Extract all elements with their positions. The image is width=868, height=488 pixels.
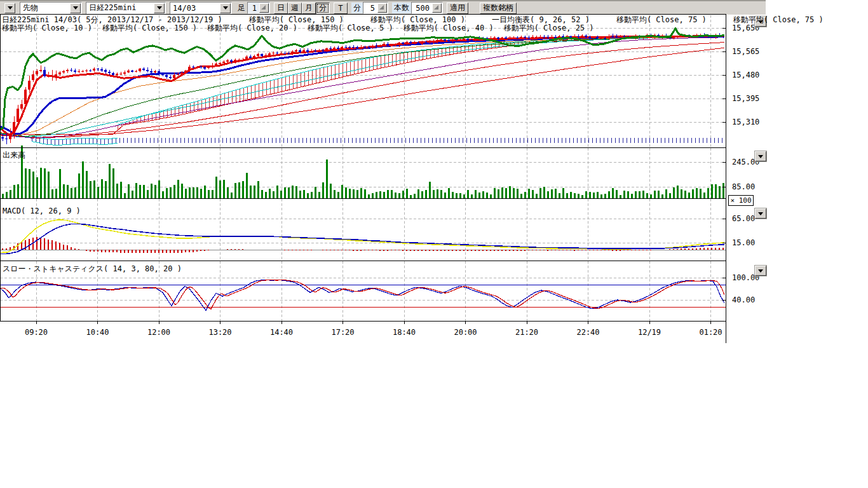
period-month-button[interactable]: 月	[302, 3, 316, 14]
volume-tick-label: 85.00	[732, 182, 755, 191]
symbol-select-value: 日経225mini	[86, 3, 153, 13]
chevron-down-icon	[70, 3, 81, 13]
svg-text:01:20: 01:20	[699, 328, 722, 337]
price-tick-label: 15,310	[732, 118, 759, 126]
chevron-down-icon	[758, 269, 763, 273]
chevron-down-icon	[758, 20, 763, 24]
period-minute-button[interactable]: 分	[316, 3, 330, 14]
period-week-button[interactable]: 週	[288, 3, 302, 14]
chevron-down-icon	[758, 212, 763, 215]
spinner-icon[interactable]	[377, 3, 387, 13]
chart-plot-area: 09:2010:4012:0013:2014:4017:2018:4020:00…	[0, 14, 726, 343]
svg-text:21:20: 21:20	[515, 328, 538, 337]
bar-interval-stepper[interactable]: 1	[247, 2, 270, 14]
bar-count-stepper[interactable]: 500	[411, 2, 443, 14]
bar-count-label: 本数	[392, 3, 411, 13]
macd-pane-label: MACD( 12, 26, 9 )	[3, 207, 81, 215]
svg-text:22:40: 22:40	[576, 328, 599, 337]
bar-count-value: 500	[412, 4, 431, 13]
chart-svg: 09:2010:4012:0013:2014:4017:2018:4020:00…	[0, 14, 726, 343]
macd-tick-label: 65.00	[732, 214, 755, 223]
chevron-down-icon	[220, 3, 231, 13]
svg-text:10:40: 10:40	[86, 328, 109, 337]
symbol-select[interactable]: 日経225mini	[86, 2, 166, 15]
volume-pane-label: 出来高	[3, 150, 25, 161]
trading-chart-window: 先物 日経225mini 14/03 足 1 日 週 月 分 T 分 5	[0, 0, 868, 488]
period-day-button[interactable]: 日	[274, 3, 288, 14]
svg-text:12:00: 12:00	[147, 328, 170, 337]
svg-text:14:40: 14:40	[270, 328, 293, 337]
macd-tick-label: 15.00	[732, 238, 755, 247]
svg-text:13:20: 13:20	[208, 328, 231, 337]
svg-text:18:40: 18:40	[393, 328, 416, 337]
chart-menu-dropdown-button[interactable]	[4, 3, 15, 13]
macd-pane-scale-dropdown[interactable]	[755, 208, 766, 219]
contract-month-select[interactable]: 14/03	[170, 2, 232, 15]
market-select-value: 先物	[20, 3, 69, 13]
toolbar: 先物 日経225mini 14/03 足 1 日 週 月 分 T 分 5	[0, 0, 766, 15]
stochastics-pane-label: スロー・ストキャスティクス( 14, 3, 80, 20 )	[3, 264, 182, 274]
contract-month-value: 14/03	[170, 4, 219, 13]
spinner-icon[interactable]	[432, 3, 442, 13]
svg-text:09:20: 09:20	[25, 328, 48, 337]
chevron-down-icon	[758, 155, 763, 158]
minute-label: 分	[351, 3, 363, 13]
svg-text:20:00: 20:00	[454, 328, 477, 337]
apply-button[interactable]: 適用	[447, 3, 468, 14]
stoch-tick-label: 40.00	[732, 295, 755, 304]
minute-count-value: 5	[363, 4, 377, 13]
svg-text:17:20: 17:20	[331, 328, 354, 337]
bar-type-label: 足	[236, 3, 247, 13]
svg-text:12/19: 12/19	[638, 328, 661, 337]
chevron-down-icon	[8, 6, 13, 10]
spinner-icon[interactable]	[259, 3, 269, 13]
price-tick-label: 15,480	[732, 71, 759, 79]
market-select[interactable]: 先物	[20, 2, 82, 15]
minute-count-stepper[interactable]: 5	[363, 2, 388, 14]
volume-multiplier-badge: × 100	[728, 195, 754, 206]
bar-interval-value: 1	[248, 4, 259, 13]
period-tick-button[interactable]: T	[334, 3, 348, 14]
price-tick-label: 15,565	[732, 47, 759, 56]
multi-symbol-button[interactable]: 複数銘柄	[480, 3, 517, 14]
price-tick-label: 15,395	[732, 94, 759, 103]
chevron-down-icon	[154, 3, 165, 13]
volume-pane-scale-dropdown[interactable]	[755, 151, 766, 161]
main-pane-scale-dropdown[interactable]	[755, 17, 766, 27]
stoch-pane-scale-dropdown[interactable]	[755, 266, 766, 276]
